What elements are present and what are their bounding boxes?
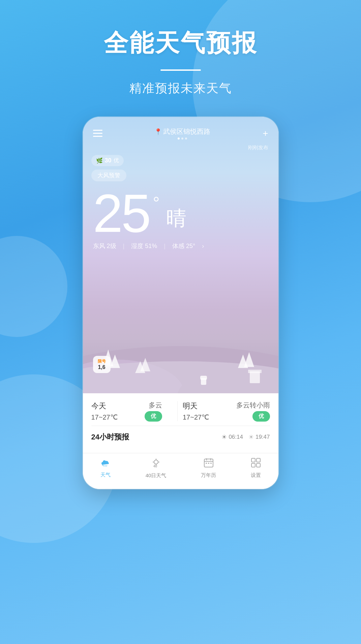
weather-details: 东风 2级 | 湿度 51% | 体感 25° ›: [83, 240, 278, 252]
svg-rect-10: [250, 371, 260, 383]
calendar-icon: [204, 458, 214, 470]
tomorrow-condition: 多云转小雨: [236, 401, 270, 410]
warning-badge: 大风预警: [91, 170, 126, 181]
svg-rect-33: [257, 463, 260, 467]
svg-rect-11: [248, 370, 262, 373]
sunrise-icon: ☀: [221, 433, 227, 441]
menu-line-2: [93, 133, 102, 134]
menu-button[interactable]: [93, 130, 102, 137]
phone-frame: 📍 武侯区锦悦西路 + 刚刚发布 🌿 30 优: [83, 117, 278, 489]
sunrise-info: ☀ 06:14 ☀ 19:47: [221, 433, 270, 441]
dot-3: [185, 137, 187, 140]
license-numbers: 1,6: [98, 364, 106, 370]
svg-rect-27: [206, 463, 207, 464]
sun40-icon: 40: [151, 457, 161, 470]
nav-label-weather: 天气: [100, 472, 111, 478]
feel-detail: 体感 25°: [172, 242, 195, 250]
today-condition-quality: 多云 优: [145, 401, 162, 422]
nav-label-settings: 设置: [251, 472, 261, 479]
svg-rect-30: [251, 458, 255, 462]
weather-condition: 晴: [166, 205, 186, 232]
sunset-icon: ☀: [248, 433, 254, 441]
location-text[interactable]: 📍 武侯区锦悦西路: [154, 127, 210, 136]
humidity-detail: 湿度 51%: [131, 242, 157, 250]
forecast-24h-title: 24小时预报: [91, 432, 129, 442]
menu-line-3: [93, 136, 102, 137]
sunset-item: ☀ 19:47: [248, 433, 270, 441]
degree-symbol: °: [153, 193, 159, 213]
bottom-nav: 天气 40 40日天气: [83, 453, 278, 489]
phone-topbar: 📍 武侯区锦悦西路 +: [83, 117, 278, 143]
phone-mockup: 📍 武侯区锦悦西路 + 刚刚发布 🌿 30 优: [0, 117, 361, 489]
svg-text:40: 40: [153, 464, 157, 468]
svg-line-14: [104, 465, 104, 466]
menu-line-1: [93, 130, 102, 131]
phone-bottom: 今天 17~27℃ 多云 优 明天 17~27℃ 多云转小雨 优: [83, 393, 278, 453]
weather-area: 📍 武侯区锦悦西路 + 刚刚发布 🌿 30 优: [83, 117, 278, 393]
nav-item-settings[interactable]: 设置: [251, 458, 261, 479]
tomorrow-forecast: 明天 17~27℃: [183, 401, 236, 421]
today-quality: 优: [145, 411, 162, 422]
title-divider: [160, 69, 201, 71]
title-section: 全能天气预报 精准预报未来天气: [0, 0, 361, 97]
cloud-icon: [100, 458, 111, 470]
nav-item-40day[interactable]: 40 40日天气: [146, 457, 167, 479]
nav-label-40day: 40日天气: [146, 472, 167, 479]
location-area: 📍 武侯区锦悦西路: [154, 127, 210, 140]
chevron-right-icon[interactable]: ›: [202, 243, 204, 250]
tomorrow-label: 明天: [183, 401, 236, 411]
separator-2: |: [164, 243, 166, 250]
today-label: 今天: [91, 401, 145, 411]
tomorrow-temp: 17~27℃: [183, 413, 236, 421]
temperature-area: 25 ° 晴: [83, 181, 278, 240]
forecast-24h-header: 24小时预报 ☀ 06:14 ☀ 19:47: [91, 426, 270, 446]
sunrise-time: 06:14: [229, 434, 243, 440]
today-forecast: 今天 17~27℃: [91, 401, 145, 421]
svg-line-15: [105, 465, 106, 466]
subtitle: 精准预报未来天气: [0, 80, 361, 97]
today-condition: 多云: [149, 401, 162, 410]
landscape-svg: [83, 306, 278, 393]
sunrise-item: ☀ 06:14: [221, 433, 243, 441]
svg-line-16: [107, 465, 107, 466]
tomorrow-condition-quality: 多云转小雨 优: [236, 401, 270, 422]
svg-rect-31: [257, 458, 260, 462]
location-name: 武侯区锦悦西路: [163, 127, 210, 136]
aqi-number: 30: [105, 157, 112, 164]
aqi-label: 优: [114, 157, 119, 164]
location-dots: [178, 137, 187, 140]
license-title: 限号: [98, 359, 106, 364]
sunset-time: 19:47: [255, 434, 270, 440]
publish-time: 刚刚发布: [83, 145, 278, 151]
today-temp: 17~27℃: [91, 413, 145, 421]
dot-2: [181, 137, 183, 140]
svg-rect-28: [208, 463, 209, 464]
license-badge: 限号 1,6: [93, 356, 111, 373]
nav-item-weather[interactable]: 天气: [100, 458, 111, 478]
forecast-row: 今天 17~27℃ 多云 优 明天 17~27℃ 多云转小雨 优: [91, 393, 270, 426]
leaf-icon: 🌿: [96, 157, 103, 164]
landscape-scene: [83, 306, 278, 393]
main-title: 全能天气预报: [0, 27, 361, 59]
svg-point-17: [154, 460, 158, 464]
add-location-button[interactable]: +: [263, 128, 268, 139]
forecast-divider: [177, 401, 178, 421]
wind-detail: 东风 2级: [93, 242, 116, 250]
pin-icon: 📍: [154, 128, 162, 135]
svg-rect-29: [210, 463, 212, 464]
dot-1: [178, 137, 180, 140]
grid-icon: [251, 458, 261, 470]
separator-1: |: [123, 243, 125, 250]
svg-rect-13: [200, 376, 207, 380]
nav-item-calendar[interactable]: 万年历: [201, 458, 216, 479]
aqi-badge: 🌿 30 优: [91, 155, 124, 166]
svg-rect-32: [251, 463, 255, 467]
nav-label-calendar: 万年历: [201, 472, 216, 479]
temperature-value: 25: [93, 186, 150, 240]
tomorrow-quality: 优: [252, 411, 270, 422]
